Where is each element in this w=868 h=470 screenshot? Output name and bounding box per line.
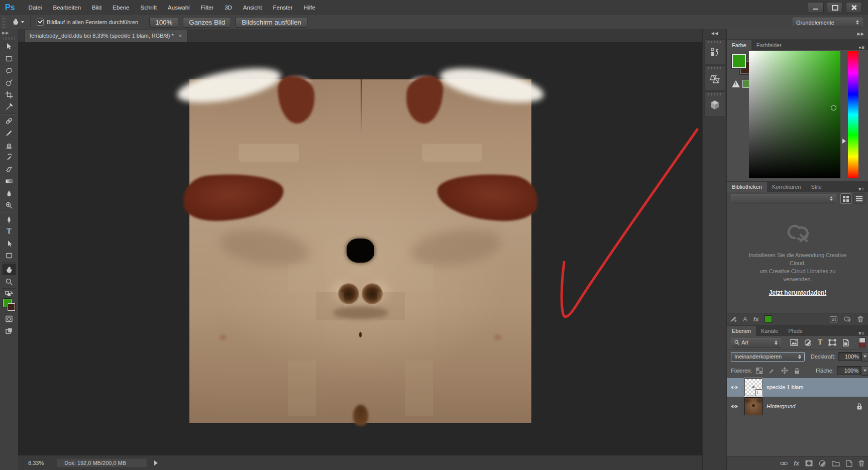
layer-visibility-toggle[interactable] [727, 397, 742, 416]
hue-slider-thumb[interactable] [842, 139, 846, 144]
document-tab[interactable]: femalebody_dold.dds bei 8,33% (speckle 1… [24, 30, 187, 42]
tab-pfade[interactable]: Pfade [783, 326, 808, 336]
path-selection-tool[interactable] [3, 238, 16, 249]
panels-collapse-icon[interactable]: ▶▶ [727, 29, 868, 39]
lock-all-icon[interactable] [794, 368, 800, 374]
libraries-panel-menu-icon[interactable]: ▾≡ [858, 186, 868, 192]
lock-pixels-icon[interactable] [769, 368, 775, 374]
link-layers-icon[interactable] [780, 461, 788, 466]
tab-close-icon[interactable]: × [179, 33, 182, 39]
document-size-field[interactable]: Dok: 192,0 MB/200,0 MB [57, 458, 147, 468]
shape-tool[interactable] [3, 250, 16, 261]
document-canvas[interactable] [189, 79, 531, 423]
add-graphic-icon[interactable] [730, 316, 737, 322]
swap-colors-icon[interactable] [3, 290, 16, 298]
opacity-value-field[interactable]: 100% [838, 352, 861, 361]
menu-schrift[interactable]: Schrift [135, 0, 163, 15]
layer-row-speckle[interactable]: speckle 1 blam [727, 378, 868, 397]
delete-icon[interactable] [857, 316, 863, 322]
filter-pixel-layers-icon[interactable] [790, 339, 798, 346]
quick-selection-tool[interactable] [3, 77, 16, 88]
hue-slider[interactable] [848, 51, 858, 178]
add-character-style-icon[interactable]: A [743, 315, 747, 323]
tab-korrekturen[interactable]: Korrekturen [767, 182, 806, 192]
filter-adjustment-layers-icon[interactable] [804, 339, 812, 346]
options-bar-grip[interactable] [2, 17, 6, 28]
properties-panel-icon[interactable] [704, 65, 725, 90]
menu-ebene[interactable]: Ebene [107, 0, 135, 15]
layer-row-hintergrund[interactable]: Hintergrund [727, 397, 868, 416]
libraries-select[interactable] [731, 194, 836, 203]
menu-3d[interactable]: 3D [219, 0, 238, 15]
crop-tool[interactable] [3, 89, 16, 100]
type-tool[interactable]: T [3, 225, 16, 237]
layer-visibility-toggle[interactable] [727, 378, 742, 397]
filter-toggle-switch[interactable] [859, 337, 865, 347]
gamut-warning-icon[interactable] [732, 80, 740, 87]
tab-farbe[interactable]: Farbe [727, 40, 751, 50]
dock-collapse-icon[interactable]: ◀◀ [703, 29, 727, 38]
color-field-cursor[interactable] [831, 105, 836, 110]
menu-fenster[interactable]: Fenster [268, 0, 298, 15]
color-field[interactable] [749, 51, 840, 178]
menu-filter[interactable]: Filter [195, 0, 220, 15]
new-adjustment-layer-icon[interactable] [819, 460, 826, 467]
menu-datei[interactable]: Datei [23, 0, 48, 15]
layers-panel-menu-icon[interactable]: ▾≡ [858, 330, 868, 336]
menu-auswahl[interactable]: Auswahl [162, 0, 195, 15]
clone-stamp-tool[interactable] [3, 139, 16, 151]
filter-type-select[interactable]: Art [731, 338, 781, 347]
layer-name[interactable]: speckle 1 blam [767, 384, 803, 390]
opacity-dropdown-button[interactable] [861, 352, 868, 362]
lock-position-icon[interactable] [781, 367, 788, 374]
layer-thumbnail[interactable] [744, 397, 763, 415]
history-panel-icon[interactable] [704, 39, 725, 64]
menu-hilfe[interactable]: Hilfe [298, 0, 321, 15]
quick-mask-button[interactable] [3, 313, 16, 324]
zoom-level-field[interactable]: 8,33% [28, 460, 44, 466]
menu-bearbeiten[interactable]: Bearbeiten [47, 0, 86, 15]
rectangular-marquee-tool[interactable] [3, 53, 16, 64]
tab-ebenen[interactable]: Ebenen [727, 326, 756, 336]
fill-dropdown-button[interactable] [861, 366, 868, 376]
foreground-color-swatch[interactable] [732, 54, 746, 68]
blend-mode-select[interactable]: Ineinanderkopieren [731, 352, 805, 362]
spot-healing-brush-tool[interactable] [3, 115, 16, 127]
foreground-background-colors[interactable] [3, 299, 16, 312]
menu-bild[interactable]: Bild [86, 0, 107, 15]
menu-ansicht[interactable]: Ansicht [238, 0, 268, 15]
3d-panel-icon[interactable] [704, 91, 725, 116]
move-tool[interactable] [3, 41, 16, 52]
lock-transparency-icon[interactable] [756, 368, 763, 374]
new-group-icon[interactable] [832, 460, 840, 466]
dodge-tool[interactable] [3, 199, 16, 211]
maximize-button[interactable] [827, 2, 843, 13]
canvas-area[interactable] [18, 42, 702, 455]
adobe-stock-icon[interactable]: St [830, 316, 837, 322]
foreground-chip-icon[interactable] [765, 315, 772, 323]
minimize-button[interactable] [808, 2, 824, 13]
fit-image-button[interactable]: Ganzes Bild [183, 17, 231, 28]
delete-layer-icon[interactable] [858, 460, 864, 466]
zoom-100-button[interactable]: 100% [149, 17, 178, 28]
blur-tool[interactable] [3, 187, 16, 199]
add-layer-style-icon[interactable]: fx [753, 316, 759, 323]
gradient-tool[interactable] [3, 175, 16, 187]
pen-tool[interactable] [3, 213, 16, 225]
fill-value-field[interactable]: 100% [837, 366, 861, 375]
fill-screen-button[interactable]: Bildschirm ausfüllen [236, 17, 307, 28]
layer-name[interactable]: Hintergrund [767, 403, 795, 409]
screen-mode-button[interactable] [3, 325, 16, 336]
download-now-link[interactable]: Jetzt herunterladen! [727, 289, 868, 296]
lasso-tool[interactable] [3, 65, 16, 76]
history-brush-tool[interactable] [3, 151, 16, 163]
eraser-tool[interactable] [3, 163, 16, 175]
layer-thumbnail[interactable] [744, 378, 763, 396]
tab-farbfelder[interactable]: Farbfelder [751, 40, 787, 50]
filter-smart-objects-icon[interactable] [842, 339, 849, 346]
grid-view-button[interactable] [840, 193, 851, 204]
tab-stile[interactable]: Stile [806, 182, 826, 192]
layer-style-icon[interactable]: fx [794, 460, 799, 467]
background-color-swatch[interactable] [8, 303, 15, 311]
tool-preset-dropdown-icon[interactable] [21, 21, 24, 23]
